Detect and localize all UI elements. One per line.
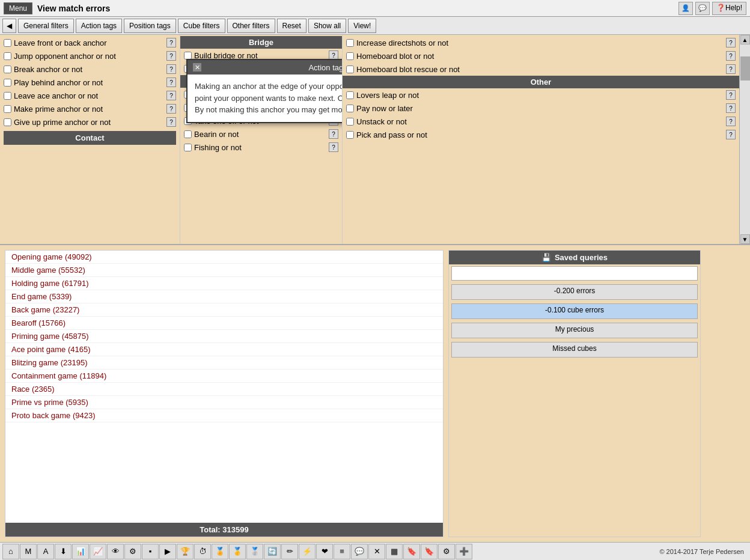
game-list-item[interactable]: Priming game (45875) [5, 330, 443, 343]
tb-close[interactable]: ✕ [368, 544, 385, 559]
saved-query-btn-missed-cubes[interactable]: Missed cubes [451, 342, 698, 358]
general-filters-button[interactable]: General filters [18, 19, 74, 33]
filter-leave-ace-checkbox[interactable] [4, 92, 11, 100]
filter-break-anchor-help[interactable]: ? [166, 64, 176, 74]
filter-homeboard-blot-rescue-checkbox[interactable] [346, 65, 354, 73]
filter-break-anchor-checkbox[interactable] [4, 65, 11, 73]
saved-query-btn-cube-errors[interactable]: -0.100 cube errors [451, 303, 698, 319]
filter-pay-now-checkbox[interactable] [346, 105, 354, 112]
filter-give-up-prime-checkbox[interactable] [4, 118, 11, 126]
filter-jump-opponent-help[interactable]: ? [166, 51, 176, 61]
bridge-header: Bridge [180, 36, 342, 49]
filter-leave-ace-help[interactable]: ? [166, 91, 176, 100]
tb-list[interactable]: ≡ [334, 544, 350, 559]
tb-grid[interactable]: ▦ [386, 544, 403, 559]
tb-gear[interactable]: ⚙ [124, 544, 141, 559]
game-list-item[interactable]: Middle game (55532) [5, 264, 443, 277]
filter-unstack-help[interactable]: ? [726, 117, 736, 126]
filter-jump-opponent-checkbox[interactable] [4, 52, 11, 60]
tb-bookmark1[interactable]: 🔖 [403, 544, 420, 559]
filter-lovers-leap-help[interactable]: ? [726, 90, 736, 100]
reset-button[interactable]: Reset [277, 19, 306, 33]
filter-leave-front-help[interactable]: ? [166, 38, 176, 47]
filter-play-behind-checkbox[interactable] [4, 79, 11, 87]
game-list-item[interactable]: Race (2365) [5, 383, 443, 396]
tb-rotate[interactable]: 🔄 [264, 544, 281, 559]
tb-timer[interactable]: ⏱ [194, 544, 211, 559]
filter-scrollbar[interactable]: ▲ ▼ [739, 35, 750, 244]
position-tags-button[interactable]: Position tags [124, 19, 176, 33]
game-list-item[interactable]: End game (5339) [5, 290, 443, 303]
tb-silver[interactable]: 🥈 [246, 544, 263, 559]
tb-plus[interactable]: ➕ [456, 544, 472, 559]
tb-square[interactable]: ▪ [142, 544, 159, 559]
game-list-item[interactable]: Ace point game (4165) [5, 343, 443, 356]
tb-home[interactable]: ⌂ [2, 544, 19, 559]
game-list-item[interactable]: Opening game (49092) [5, 251, 443, 264]
other-filters-button[interactable]: Other filters [227, 19, 275, 33]
tb-medal[interactable]: 🏅 [212, 544, 228, 559]
saved-query-btn-precious[interactable]: My precious [451, 323, 698, 338]
filter-make-prime-checkbox[interactable] [4, 105, 11, 113]
filter-area: Leave front or back anchor ? Jump oppone… [0, 35, 750, 245]
saved-query-input[interactable] [451, 266, 698, 281]
action-tags-button[interactable]: Action tags [76, 19, 122, 33]
tb-m[interactable]: M [20, 544, 37, 559]
filter-make-prime-help[interactable]: ? [166, 104, 176, 114]
filter-pick-pass: Pick and pass or not ? [343, 128, 739, 141]
filter-homeboard-blot-rescue-help[interactable]: ? [726, 64, 736, 74]
game-list-item[interactable]: Bearoff (15766) [5, 317, 443, 330]
filter-lovers-leap-checkbox[interactable] [346, 91, 354, 99]
tb-eye[interactable]: 👁 [107, 544, 124, 559]
tb-trophy1[interactable]: 🏆 [177, 544, 194, 559]
game-list-item[interactable]: Prime vs prime (5935) [5, 396, 443, 409]
filter-build-bridge-checkbox[interactable] [184, 52, 192, 59]
tb-download[interactable]: ⬇ [55, 544, 72, 559]
tb-gold[interactable]: 🥇 [229, 544, 246, 559]
tooltip-close-button[interactable]: ✕ [192, 62, 202, 72]
tb-heart[interactable]: ❤ [316, 544, 333, 559]
filter-increase-directshots-help[interactable]: ? [726, 38, 736, 47]
back-button[interactable]: ◀ [2, 19, 16, 33]
tb-a[interactable]: A [37, 544, 54, 559]
user-icon[interactable]: 👤 [678, 2, 693, 15]
tb-graph[interactable]: 📈 [90, 544, 106, 559]
game-list-item[interactable]: Blitzing game (23195) [5, 356, 443, 370]
filter-increase-directshots-checkbox[interactable] [346, 39, 354, 47]
contact-button[interactable]: Contact [4, 131, 176, 145]
menu-button[interactable]: Menu [4, 2, 32, 14]
tb-lightning[interactable]: ⚡ [299, 544, 316, 559]
tb-chart[interactable]: 📊 [72, 544, 89, 559]
filter-give-up-prime: Give up prime anchor or not ? [0, 115, 180, 129]
filter-play-behind-help[interactable]: ? [166, 78, 176, 87]
tb-bookmark2[interactable]: 🔖 [421, 544, 438, 559]
filter-leave-front-checkbox[interactable] [4, 39, 11, 47]
filter-pick-pass-help[interactable]: ? [726, 130, 736, 139]
filter-homeboard-blot-checkbox[interactable] [346, 52, 354, 60]
scroll-thumb[interactable] [740, 56, 750, 81]
filter-pick-pass-checkbox[interactable] [346, 131, 354, 139]
filter-bearin-or-not: Bearin or not ? [180, 127, 342, 141]
show-all-button[interactable]: Show all [308, 19, 346, 33]
game-list-item[interactable]: Containment game (11894) [5, 370, 443, 383]
filter-homeboard-blot-help[interactable]: ? [726, 51, 736, 61]
filter-fishing-help[interactable]: ? [329, 142, 338, 152]
saved-query-btn-errors[interactable]: -0.200 errors [451, 284, 698, 300]
view-button[interactable]: View! [348, 19, 376, 33]
game-list-item[interactable]: Holding game (61791) [5, 277, 443, 290]
filter-bearin-or-not-checkbox[interactable] [184, 130, 192, 138]
filter-give-up-prime-help[interactable]: ? [166, 117, 176, 127]
tb-chat[interactable]: 💬 [351, 544, 368, 559]
tb-settings[interactable]: ⚙ [438, 544, 455, 559]
tb-play[interactable]: ▶ [159, 544, 176, 559]
tb-edit[interactable]: ✏ [281, 544, 298, 559]
chat-icon[interactable]: 💬 [695, 2, 710, 15]
game-list-item[interactable]: Proto back game (9423) [5, 409, 443, 422]
help-button[interactable]: ❓Help! [712, 2, 746, 15]
cube-filters-button[interactable]: Cube filters [178, 19, 225, 33]
filter-fishing-checkbox[interactable] [184, 144, 192, 151]
game-list-item[interactable]: Back game (23227) [5, 303, 443, 317]
filter-bearin-or-not-help[interactable]: ? [329, 129, 338, 139]
filter-pay-now-help[interactable]: ? [726, 103, 736, 113]
filter-unstack-checkbox[interactable] [346, 118, 354, 126]
